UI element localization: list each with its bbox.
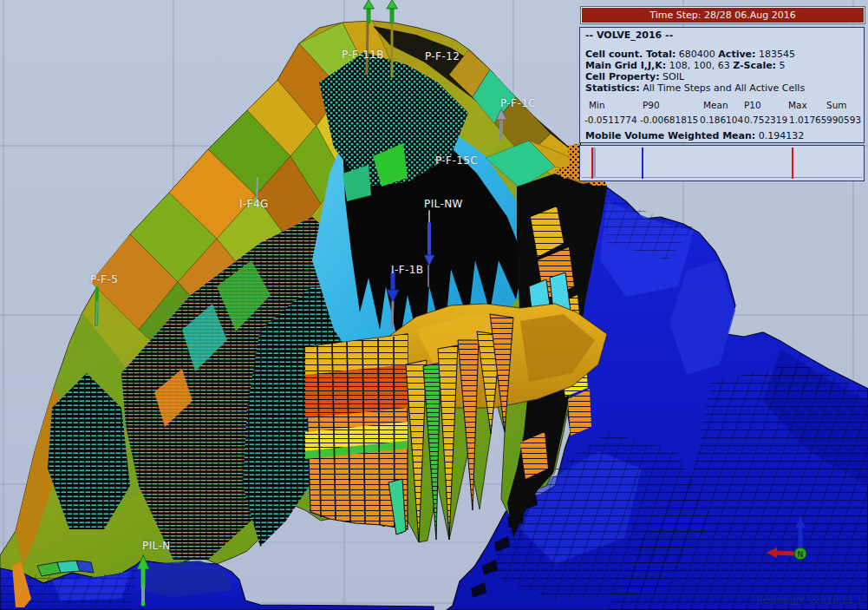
histogram-baseline xyxy=(582,177,862,178)
well-label-pf5[interactable]: P-F-5 xyxy=(90,273,118,285)
cell-property-row: Cell Property: SOIL xyxy=(585,71,684,82)
well-label-pf1c[interactable]: P-F-1C xyxy=(500,97,536,109)
cell-count-row: Cell count. Total: 680400 Active: 183545 xyxy=(585,49,795,60)
stat-header-p90: P90 xyxy=(643,100,660,110)
case-name: -- VOLVE_2016 -- xyxy=(585,30,673,41)
histogram-marker-blue-mean xyxy=(642,148,643,179)
stat-value-max: 1.01765 xyxy=(789,115,826,125)
histogram-marker-red-left xyxy=(591,148,593,179)
stat-value-p90: -0.00681815 xyxy=(640,115,698,125)
stat-header-sum: Sum xyxy=(826,100,847,110)
well-label-piln[interactable]: PIL-N xyxy=(142,540,171,552)
well-label-if4g[interactable]: I-F4G xyxy=(239,198,269,210)
histogram-spike xyxy=(593,148,596,178)
well-label-pilnw[interactable]: PIL-NW xyxy=(424,198,463,210)
stat-header-p10: P10 xyxy=(744,100,761,110)
app-watermark: ResInsight v2018.11.1 xyxy=(756,594,863,606)
timestep-title: Time Step: 28/28 06.Aug 2016 xyxy=(649,10,795,21)
well-label-if1b[interactable]: I-F-1B xyxy=(391,264,423,276)
well-label-pf11b[interactable]: P-F-11B xyxy=(342,49,384,61)
resinsight-window: N P-F-11B P-F-12 P-F-1C P-F-15C I-F4G PI… xyxy=(0,0,868,610)
stat-value-min: -0.0511774 xyxy=(584,115,637,125)
stat-value-sum: 990593 xyxy=(826,115,861,125)
stat-header-mean: Mean xyxy=(703,100,728,110)
grid-ijk-row: Main Grid I,J,K: 108, 100, 63 Z-Scale: 5 xyxy=(585,60,786,71)
stat-value-mean: 0.186104 xyxy=(700,115,743,125)
case-info-panel: -- VOLVE_2016 -- Cell count. Total: 6804… xyxy=(579,27,865,143)
statistics-row: Statistics: All Time Steps and All Activ… xyxy=(585,82,805,94)
histogram-marker-red-right xyxy=(792,148,793,179)
timestep-title-bar: Time Step: 28/28 06.Aug 2016 xyxy=(581,7,865,23)
stat-header-min: Min xyxy=(589,100,605,110)
stat-value-p10: 0.752319 xyxy=(744,115,787,125)
histogram-panel xyxy=(579,145,865,181)
compass-north-label: N xyxy=(798,550,804,559)
well-label-pf12[interactable]: P-F-12 xyxy=(425,50,460,62)
well-label-pf15c[interactable]: P-F-15C xyxy=(435,154,478,167)
stat-header-max: Max xyxy=(788,100,807,110)
mobile-mean-row: Mobile Volume Weighted Mean: 0.194132 xyxy=(585,130,804,141)
